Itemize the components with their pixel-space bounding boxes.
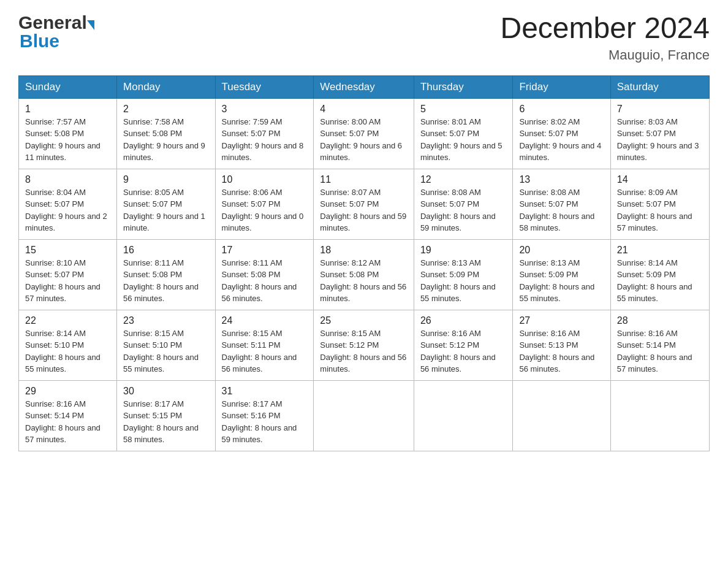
table-row: 20 Sunrise: 8:13 AMSunset: 5:09 PMDaylig… — [513, 239, 610, 310]
day-info: Sunrise: 8:14 AMSunset: 5:10 PMDaylight:… — [25, 327, 110, 375]
page-header: General Blue December 2024 Mauguio, Fran… — [18, 12, 710, 63]
day-number: 24 — [222, 315, 308, 326]
month-title: December 2024 — [500, 12, 710, 45]
header-tuesday: Tuesday — [215, 75, 314, 98]
day-info: Sunrise: 8:06 AMSunset: 5:07 PMDaylight:… — [222, 186, 308, 234]
table-row: 12 Sunrise: 8:08 AMSunset: 5:07 PMDaylig… — [414, 169, 513, 239]
day-number: 28 — [617, 315, 703, 326]
table-row — [414, 380, 513, 451]
logo-arrow-icon — [87, 20, 94, 30]
day-number: 3 — [222, 104, 308, 115]
logo-blue-text: Blue — [20, 31, 59, 52]
table-row: 15 Sunrise: 8:10 AMSunset: 5:07 PMDaylig… — [19, 239, 117, 310]
table-row: 5 Sunrise: 8:01 AMSunset: 5:07 PMDayligh… — [414, 98, 513, 169]
day-number: 12 — [420, 174, 507, 185]
table-row: 4 Sunrise: 8:00 AMSunset: 5:07 PMDayligh… — [314, 98, 414, 169]
day-number: 27 — [519, 315, 604, 326]
day-info: Sunrise: 8:13 AMSunset: 5:09 PMDaylight:… — [519, 257, 604, 305]
day-number: 6 — [519, 104, 604, 115]
day-info: Sunrise: 8:08 AMSunset: 5:07 PMDaylight:… — [519, 186, 604, 234]
logo: General Blue — [18, 12, 94, 52]
day-info: Sunrise: 8:04 AMSunset: 5:07 PMDaylight:… — [25, 186, 110, 234]
header-friday: Friday — [513, 75, 610, 98]
table-row: 28 Sunrise: 8:16 AMSunset: 5:14 PMDaylig… — [610, 310, 709, 380]
day-info: Sunrise: 8:08 AMSunset: 5:07 PMDaylight:… — [420, 186, 507, 234]
day-number: 21 — [617, 245, 703, 256]
table-row — [314, 380, 414, 451]
day-info: Sunrise: 8:16 AMSunset: 5:13 PMDaylight:… — [519, 327, 604, 375]
day-info: Sunrise: 8:07 AMSunset: 5:07 PMDaylight:… — [320, 186, 408, 234]
day-number: 29 — [25, 386, 110, 397]
day-number: 17 — [222, 245, 308, 256]
header-sunday: Sunday — [19, 75, 117, 98]
day-info: Sunrise: 8:11 AMSunset: 5:08 PMDaylight:… — [222, 257, 308, 305]
table-row: 22 Sunrise: 8:14 AMSunset: 5:10 PMDaylig… — [19, 310, 117, 380]
header-saturday: Saturday — [610, 75, 709, 98]
day-number: 2 — [123, 104, 208, 115]
table-row: 6 Sunrise: 8:02 AMSunset: 5:07 PMDayligh… — [513, 98, 610, 169]
day-info: Sunrise: 8:16 AMSunset: 5:14 PMDaylight:… — [25, 398, 110, 446]
day-number: 16 — [123, 245, 208, 256]
table-row: 19 Sunrise: 8:13 AMSunset: 5:09 PMDaylig… — [414, 239, 513, 310]
day-number: 10 — [222, 174, 308, 185]
table-row: 29 Sunrise: 8:16 AMSunset: 5:14 PMDaylig… — [19, 380, 117, 451]
table-row — [610, 380, 709, 451]
day-number: 1 — [25, 104, 110, 115]
day-info: Sunrise: 8:09 AMSunset: 5:07 PMDaylight:… — [617, 186, 703, 234]
day-info: Sunrise: 7:59 AMSunset: 5:07 PMDaylight:… — [222, 116, 308, 164]
table-row: 26 Sunrise: 8:16 AMSunset: 5:12 PMDaylig… — [414, 310, 513, 380]
day-info: Sunrise: 8:01 AMSunset: 5:07 PMDaylight:… — [420, 116, 507, 164]
day-number: 7 — [617, 104, 703, 115]
day-info: Sunrise: 8:05 AMSunset: 5:07 PMDaylight:… — [123, 186, 208, 234]
table-row — [513, 380, 610, 451]
table-row: 10 Sunrise: 8:06 AMSunset: 5:07 PMDaylig… — [215, 169, 314, 239]
title-section: December 2024 Mauguio, France — [500, 12, 710, 63]
location-text: Mauguio, France — [500, 47, 710, 63]
day-number: 30 — [123, 386, 208, 397]
day-info: Sunrise: 8:03 AMSunset: 5:07 PMDaylight:… — [617, 116, 703, 164]
table-row: 24 Sunrise: 8:15 AMSunset: 5:11 PMDaylig… — [215, 310, 314, 380]
day-info: Sunrise: 8:14 AMSunset: 5:09 PMDaylight:… — [617, 257, 703, 305]
table-row: 14 Sunrise: 8:09 AMSunset: 5:07 PMDaylig… — [610, 169, 709, 239]
day-number: 4 — [320, 104, 408, 115]
day-number: 22 — [25, 315, 110, 326]
table-row: 2 Sunrise: 7:58 AMSunset: 5:08 PMDayligh… — [117, 98, 215, 169]
table-row: 16 Sunrise: 8:11 AMSunset: 5:08 PMDaylig… — [117, 239, 215, 310]
day-info: Sunrise: 8:13 AMSunset: 5:09 PMDaylight:… — [420, 257, 507, 305]
calendar-table: Sunday Monday Tuesday Wednesday Thursday… — [18, 75, 710, 451]
table-row: 25 Sunrise: 8:15 AMSunset: 5:12 PMDaylig… — [314, 310, 414, 380]
calendar-week-2: 8 Sunrise: 8:04 AMSunset: 5:07 PMDayligh… — [19, 169, 710, 239]
day-info: Sunrise: 8:16 AMSunset: 5:14 PMDaylight:… — [617, 327, 703, 375]
day-info: Sunrise: 8:17 AMSunset: 5:16 PMDaylight:… — [222, 398, 308, 446]
table-row: 8 Sunrise: 8:04 AMSunset: 5:07 PMDayligh… — [19, 169, 117, 239]
day-number: 19 — [420, 245, 507, 256]
calendar-week-1: 1 Sunrise: 7:57 AMSunset: 5:08 PMDayligh… — [19, 98, 710, 169]
table-row: 1 Sunrise: 7:57 AMSunset: 5:08 PMDayligh… — [19, 98, 117, 169]
table-row: 7 Sunrise: 8:03 AMSunset: 5:07 PMDayligh… — [610, 98, 709, 169]
day-number: 25 — [320, 315, 408, 326]
table-row: 23 Sunrise: 8:15 AMSunset: 5:10 PMDaylig… — [117, 310, 215, 380]
day-number: 9 — [123, 174, 208, 185]
table-row: 21 Sunrise: 8:14 AMSunset: 5:09 PMDaylig… — [610, 239, 709, 310]
day-info: Sunrise: 8:00 AMSunset: 5:07 PMDaylight:… — [320, 116, 408, 164]
day-info: Sunrise: 8:15 AMSunset: 5:11 PMDaylight:… — [222, 327, 308, 375]
header-wednesday: Wednesday — [314, 75, 414, 98]
day-info: Sunrise: 8:12 AMSunset: 5:08 PMDaylight:… — [320, 257, 408, 305]
day-info: Sunrise: 8:15 AMSunset: 5:10 PMDaylight:… — [123, 327, 208, 375]
day-info: Sunrise: 8:11 AMSunset: 5:08 PMDaylight:… — [123, 257, 208, 305]
table-row: 3 Sunrise: 7:59 AMSunset: 5:07 PMDayligh… — [215, 98, 314, 169]
table-row: 27 Sunrise: 8:16 AMSunset: 5:13 PMDaylig… — [513, 310, 610, 380]
weekday-header-row: Sunday Monday Tuesday Wednesday Thursday… — [19, 75, 710, 98]
day-number: 11 — [320, 174, 408, 185]
day-number: 31 — [222, 386, 308, 397]
table-row: 9 Sunrise: 8:05 AMSunset: 5:07 PMDayligh… — [117, 169, 215, 239]
table-row: 18 Sunrise: 8:12 AMSunset: 5:08 PMDaylig… — [314, 239, 414, 310]
day-info: Sunrise: 7:57 AMSunset: 5:08 PMDaylight:… — [25, 116, 110, 164]
table-row: 11 Sunrise: 8:07 AMSunset: 5:07 PMDaylig… — [314, 169, 414, 239]
table-row: 17 Sunrise: 8:11 AMSunset: 5:08 PMDaylig… — [215, 239, 314, 310]
logo-general-text: General — [18, 12, 87, 33]
calendar-week-3: 15 Sunrise: 8:10 AMSunset: 5:07 PMDaylig… — [19, 239, 710, 310]
table-row: 13 Sunrise: 8:08 AMSunset: 5:07 PMDaylig… — [513, 169, 610, 239]
day-number: 26 — [420, 315, 507, 326]
day-number: 5 — [420, 104, 507, 115]
